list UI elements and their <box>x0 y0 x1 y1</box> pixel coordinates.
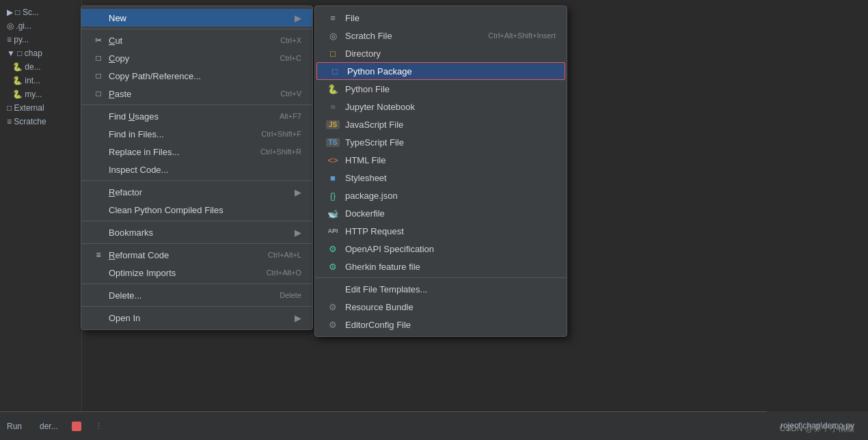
menu-item-copy[interactable]: □ Copy Ctrl+C <box>81 49 312 67</box>
submenu-item-edit-templates[interactable]: Edit File Templates... <box>315 280 567 298</box>
dockerfile-icon: 🐋 <box>326 208 340 219</box>
submenu-item-html[interactable]: <> HTML File <box>315 151 567 169</box>
menu-item-open-in[interactable]: Open In ▶ <box>81 309 312 327</box>
stop-button[interactable] <box>72 422 81 431</box>
cut-icon: ✂ <box>92 36 105 45</box>
submenu-separator-1 <box>315 277 567 278</box>
submenu-item-dockerfile[interactable]: 🐋 Dockerfile <box>315 204 567 222</box>
submenu-scratch-label: Scratch File <box>345 31 488 41</box>
separator-4 <box>81 221 312 221</box>
typescript-icon: TS <box>326 138 340 147</box>
separator-2 <box>81 105 312 105</box>
menu-item-replace[interactable]: Replace in Files... Ctrl+Shift+R <box>81 143 312 161</box>
submenu-dockerfile-label: Dockerfile <box>345 208 556 219</box>
refactor-arrow: ▶ <box>295 187 301 197</box>
menu-item-copy-path[interactable]: □ Copy Path/Reference... <box>81 67 312 85</box>
submenu-item-directory[interactable]: □ Directory <box>315 44 567 62</box>
run-label[interactable]: Run <box>7 422 22 431</box>
submenu-resource-label: Resource Bundle <box>345 302 556 312</box>
find-in-files-shortcut: Ctrl+Shift+F <box>261 130 301 138</box>
submenu-python-file-label: Python File <box>345 84 556 94</box>
submenu-jupyter-label: Jupyter Notebook <box>345 102 556 112</box>
openapi-icon: ⚙ <box>326 244 340 254</box>
open-in-arrow: ▶ <box>295 313 301 323</box>
sidebar-item-py[interactable]: ≡ py... <box>0 33 81 46</box>
submenu-item-file[interactable]: ≡ File <box>315 9 567 27</box>
submenu-http-label: HTTP Request <box>345 226 556 236</box>
submenu-python-package-label: Python Package <box>347 66 554 77</box>
separator-3 <box>81 180 312 181</box>
submenu-openapi-label: OpenAPI Specification <box>345 244 556 254</box>
bottom-bar: Run der... ⋮ <box>0 411 868 440</box>
submenu-item-openapi[interactable]: ⚙ OpenAPI Specification <box>315 240 567 258</box>
sidebar-item-git[interactable]: ◎ .gi... <box>0 19 81 33</box>
menu-item-new[interactable]: New ▶ <box>81 9 312 27</box>
submenu-new: ≡ File ◎ Scratch File Ctrl+Alt+Shift+Ins… <box>314 5 567 337</box>
replace-shortcut: Ctrl+Shift+R <box>260 148 301 156</box>
submenu-package-json-label: package.json <box>345 191 556 201</box>
submenu-edit-templates-label: Edit File Templates... <box>345 284 556 294</box>
dots: ⋮ <box>95 422 103 430</box>
stylesheet-icon: ■ <box>326 173 340 183</box>
submenu-item-gherkin[interactable]: ⚙ Gherkin feature file <box>315 258 567 275</box>
submenu-item-python-package[interactable]: □ Python Package <box>316 62 565 80</box>
submenu-gherkin-label: Gherkin feature file <box>345 262 556 272</box>
menu-item-optimize-imports[interactable]: Optimize Imports Ctrl+Alt+O <box>81 264 312 281</box>
submenu-editorconfig-label: EditorConfig File <box>345 320 556 330</box>
submenu-item-stylesheet[interactable]: ■ Stylesheet <box>315 169 567 187</box>
submenu-item-editorconfig[interactable]: ⚙ EditorConfig File <box>315 316 567 333</box>
copy-icon: □ <box>92 53 105 63</box>
sidebar-item-scratche[interactable]: ≡ Scratche <box>0 115 81 128</box>
sidebar-item-sc[interactable]: ▶ □ Sc... <box>0 5 81 19</box>
menu-item-find-usages[interactable]: Find Usages Alt+F7 <box>81 107 312 125</box>
separator-5 <box>81 243 312 244</box>
scratch-shortcut: Ctrl+Alt+Shift+Insert <box>488 31 556 40</box>
separator-6 <box>81 284 312 284</box>
submenu-item-package-json[interactable]: {} package.json <box>315 187 567 204</box>
cut-shortcut: Ctrl+X <box>280 36 301 44</box>
menu-item-cut[interactable]: ✂ Cut Ctrl+X <box>81 31 312 49</box>
sidebar-item-int[interactable]: 🐍 int... <box>0 74 81 87</box>
copy-path-icon: □ <box>92 71 105 81</box>
submenu-item-python-file[interactable]: 🐍 Python File <box>315 80 567 98</box>
watermark: CSDN @养个小橘猫 <box>779 423 854 435</box>
menu-item-delete[interactable]: Delete... Delete <box>81 286 312 304</box>
sidebar-item-de[interactable]: 🐍 de... <box>0 60 81 74</box>
find-usages-shortcut: Alt+F7 <box>280 112 301 120</box>
submenu-item-jupyter[interactable]: ≈ Jupyter Notebook <box>315 98 567 115</box>
submenu-stylesheet-label: Stylesheet <box>345 173 556 183</box>
separator-7 <box>81 306 312 307</box>
submenu-file-label: File <box>345 13 556 23</box>
bookmarks-arrow: ▶ <box>295 228 301 238</box>
paste-shortcut: Ctrl+V <box>280 90 301 98</box>
menu-item-clean-python[interactable]: Clean Python Compiled Files <box>81 201 312 219</box>
menu-item-reformat[interactable]: ≡ Reformat Code Ctrl+Alt+L <box>81 246 312 264</box>
menu-item-inspect[interactable]: Inspect Code... <box>81 161 312 178</box>
python-file-icon: 🐍 <box>326 84 340 94</box>
sidebar: ▶ □ Sc... ◎ .gi... ≡ py... ▼ □ chap 🐍 de… <box>0 0 82 440</box>
directory-icon: □ <box>326 49 340 59</box>
menu-item-paste[interactable]: □ Paste Ctrl+V <box>81 85 312 102</box>
submenu-item-resource-bundle[interactable]: ⚙ Resource Bundle <box>315 298 567 316</box>
menu-item-find-in-files[interactable]: Find in Files... Ctrl+Shift+F <box>81 125 312 143</box>
sidebar-item-chap[interactable]: ▼ □ chap <box>0 46 81 60</box>
context-menu: New ▶ ✂ Cut Ctrl+X □ Copy Ctrl+C □ Copy … <box>81 5 313 330</box>
copy-shortcut: Ctrl+C <box>280 54 301 62</box>
submenu-item-javascript[interactable]: JS JavaScript File <box>315 115 567 133</box>
sidebar-item-external[interactable]: □ External <box>0 101 81 115</box>
delete-shortcut: Delete <box>280 291 301 299</box>
submenu-javascript-label: JavaScript File <box>345 120 556 130</box>
file-icon: ≡ <box>326 13 340 23</box>
paste-icon: □ <box>92 89 105 98</box>
http-icon: API <box>326 228 340 234</box>
submenu-item-scratch[interactable]: ◎ Scratch File Ctrl+Alt+Shift+Insert <box>315 27 567 44</box>
submenu-typescript-label: TypeScript File <box>345 137 556 148</box>
separator-1 <box>81 29 312 29</box>
menu-item-bookmarks[interactable]: Bookmarks ▶ <box>81 223 312 241</box>
menu-item-refactor[interactable]: Refactor ▶ <box>81 183 312 201</box>
sidebar-item-my[interactable]: 🐍 my... <box>0 87 81 101</box>
run-tab[interactable]: der... <box>40 422 58 431</box>
submenu-item-http[interactable]: API HTTP Request <box>315 222 567 240</box>
submenu-html-label: HTML File <box>345 155 556 165</box>
submenu-item-typescript[interactable]: TS TypeScript File <box>315 133 567 151</box>
